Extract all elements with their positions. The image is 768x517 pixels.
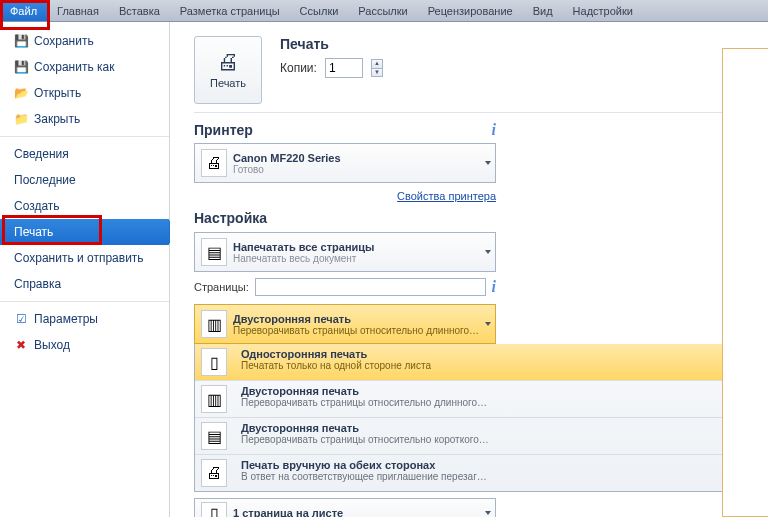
pages-label: Страницы: [194,281,249,293]
duplex-long-icon: ▥ [201,385,227,413]
printer-device-icon: 🖨 [201,149,227,177]
duplex-option-short-edge[interactable]: ▤ Двусторонняя печать Переворачивать стр… [195,417,768,454]
single-page-icon: ▯ [201,348,227,376]
tab-addins[interactable]: Надстройки [563,0,643,21]
sidebar-item-info[interactable]: Сведения [0,141,169,167]
duplex-selector[interactable]: ▥ Двусторонняя печать Переворачивать стр… [194,304,496,344]
printer-properties-link[interactable]: Свойства принтера [397,190,496,202]
printer-selector[interactable]: 🖨 Canon MF220 Series Готово [194,143,496,183]
chevron-down-icon [485,250,491,254]
sidebar-item-save[interactable]: 💾 Сохранить [0,28,169,54]
tab-references[interactable]: Ссылки [290,0,349,21]
tab-file[interactable]: Файл [0,0,47,21]
sidebar-item-help[interactable]: Справка [0,271,169,297]
sidebar-item-save-send[interactable]: Сохранить и отправить [0,245,169,271]
save-icon: 💾 [14,34,28,48]
sidebar-item-save-as[interactable]: 💾 Сохранить как [0,54,169,80]
printer-heading: Принтер [194,122,253,138]
tab-review[interactable]: Рецензирование [418,0,523,21]
duplex-option-manual[interactable]: 🖨 Печать вручную на обеих сторонах В отв… [195,454,768,491]
duplex-option-single-sided[interactable]: ▯ Односторонняя печать Печатать только н… [195,344,768,380]
tab-home[interactable]: Главная [47,0,109,21]
print-preview-pane [722,48,768,517]
close-doc-icon: 📁 [14,112,28,126]
tab-view[interactable]: Вид [523,0,563,21]
print-heading: Печать [280,36,383,52]
printer-icon: 🖨 [217,51,239,73]
chevron-down-icon [485,511,491,515]
copies-label: Копии: [280,61,317,75]
info-icon[interactable]: i [492,278,496,296]
options-icon: ☑ [14,312,28,326]
pages-input[interactable] [255,278,486,296]
print-panel: 🖨 Печать Печать Копии: ▲ ▼ Принтер [170,22,768,517]
exit-icon: ✖ [14,338,28,352]
copies-stepper[interactable]: ▲ ▼ [371,59,383,77]
sidebar-item-close[interactable]: 📁 Закрыть [0,106,169,132]
duplex-short-icon: ▤ [201,422,227,450]
open-icon: 📂 [14,86,28,100]
chevron-down-icon [485,322,491,326]
duplex-options-list: ▯ Односторонняя печать Печатать только н… [194,344,768,492]
backstage-sidebar: 💾 Сохранить 💾 Сохранить как 📂 Открыть 📁 … [0,22,170,517]
info-icon[interactable]: i [492,121,496,139]
duplex-option-long-edge[interactable]: ▥ Двусторонняя печать Переворачивать стр… [195,380,768,417]
sidebar-item-exit[interactable]: ✖ Выход [0,332,169,358]
save-as-icon: 💾 [14,60,28,74]
chevron-down-icon [485,161,491,165]
print-range-selector[interactable]: ▤ Напечатать все страницы Напечатать вес… [194,232,496,272]
tab-mailings[interactable]: Рассылки [348,0,417,21]
printer-name: Canon MF220 Series [233,152,341,164]
sidebar-item-new[interactable]: Создать [0,193,169,219]
sidebar-item-print[interactable]: Печать [0,219,169,245]
print-button[interactable]: 🖨 Печать [194,36,262,104]
tab-insert[interactable]: Вставка [109,0,170,21]
pages-per-sheet-selector[interactable]: ▯ 1 страница на листе [194,498,496,517]
one-per-sheet-icon: ▯ [201,502,227,517]
settings-heading: Настройка [194,210,496,226]
sidebar-item-options[interactable]: ☑ Параметры [0,306,169,332]
manual-duplex-icon: 🖨 [201,459,227,487]
ribbon: Файл Главная Вставка Разметка страницы С… [0,0,768,22]
spin-up-icon[interactable]: ▲ [371,59,383,68]
printer-status: Готово [233,164,341,175]
sidebar-item-recent[interactable]: Последние [0,167,169,193]
spin-down-icon[interactable]: ▼ [371,68,383,77]
print-button-label: Печать [210,77,246,89]
duplex-icon: ▥ [201,310,227,338]
sidebar-item-open[interactable]: 📂 Открыть [0,80,169,106]
tab-layout[interactable]: Разметка страницы [170,0,290,21]
pages-all-icon: ▤ [201,238,227,266]
copies-input[interactable] [325,58,363,78]
